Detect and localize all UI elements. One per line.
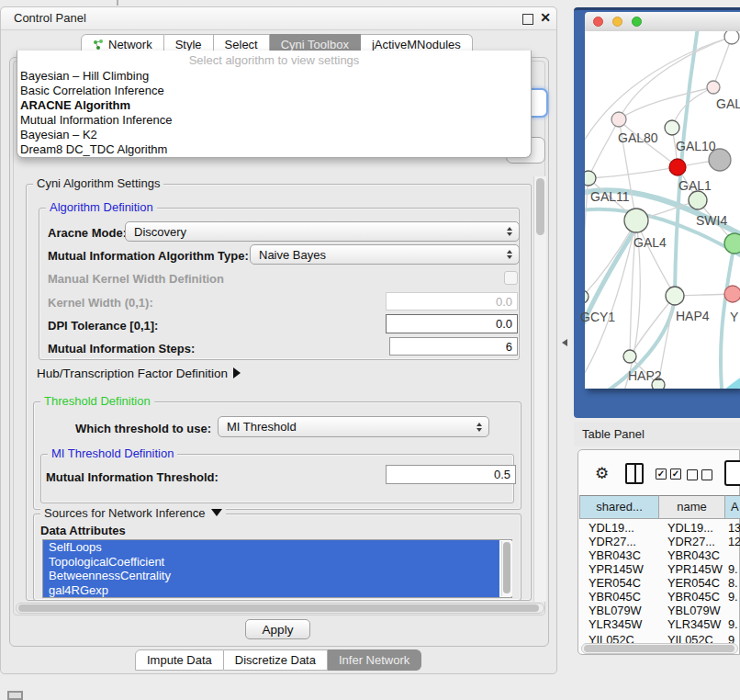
- select-all-checkboxes-icon[interactable]: ✓ ✓: [656, 469, 681, 480]
- dropdown-item[interactable]: Dream8 DC_TDC Algorithm: [17, 142, 531, 157]
- aracne-mode-label: Aracne Mode:: [48, 226, 127, 240]
- edge: [585, 178, 589, 297]
- column-header-shared-name[interactable]: shared...: [579, 495, 659, 519]
- dropdown-item[interactable]: Bayesian – Hill Climbing: [17, 69, 531, 84]
- node-label-gal-partial: GAL: [716, 96, 740, 111]
- settings-vertical-scrollbar[interactable]: [533, 176, 546, 602]
- node-gal-partial[interactable]: [707, 81, 720, 94]
- dropdown-item[interactable]: Basic Correlation Inference: [17, 84, 531, 98]
- dropdown-item-highlighted[interactable]: ARACNE Algorithm: [17, 98, 531, 113]
- mi-threshold-definition-title: MI Threshold Definition: [48, 447, 177, 460]
- gear-icon[interactable]: ⚙: [595, 464, 609, 483]
- network-canvas[interactable]: GAL80 GAL10 GAL1 GAL11 SWI4 GAL4 GCY1 HA…: [585, 31, 740, 389]
- mac-minimize-button[interactable]: [612, 17, 622, 27]
- settings-horizontal-scrollbar[interactable]: [16, 603, 544, 614]
- table-cell[interactable]: YDL19...: [667, 521, 724, 535]
- kernel-width-field[interactable]: [386, 292, 518, 310]
- node-gal4[interactable]: [624, 209, 648, 232]
- table-horizontal-scrollbar[interactable]: [581, 643, 738, 654]
- tab-impute-data[interactable]: Impute Data: [135, 649, 224, 671]
- table-cell[interactable]: YLR345W: [667, 617, 724, 631]
- deselect-all-checkboxes-icon[interactable]: [687, 469, 712, 480]
- mac-close-button[interactable]: [593, 17, 603, 27]
- table-cell[interactable]: YER054C: [589, 576, 658, 590]
- manual-kernel-width-checkbox[interactable]: [504, 271, 518, 285]
- mi-algorithm-type-label: Mutual Information Algorithm Type:: [48, 249, 249, 263]
- list-item[interactable]: TopologicalCoefficient: [43, 555, 499, 570]
- table-cell[interactable]: 8.: [728, 576, 740, 590]
- table-cell[interactable]: YPR145W: [589, 562, 658, 576]
- node-hap2[interactable]: [623, 350, 636, 363]
- mi-algorithm-type-combo[interactable]: Naive Bayes: [250, 244, 520, 265]
- which-threshold-combo[interactable]: MI Threshold: [218, 416, 489, 437]
- node-swi4[interactable]: [689, 191, 707, 209]
- list-scrollbar-thumb[interactable]: [503, 542, 510, 593]
- list-scrollbar[interactable]: [501, 541, 512, 596]
- mi-steps-field[interactable]: [389, 337, 518, 356]
- table-cell[interactable]: YDR27...: [589, 535, 658, 548]
- node-gal80[interactable]: [611, 112, 626, 127]
- table-cell[interactable]: YDL19...: [589, 521, 658, 535]
- table-cell[interactable]: YLR345W: [589, 617, 658, 631]
- table-cell[interactable]: 13: [728, 521, 740, 535]
- settings-horizontal-scrollbar-thumb[interactable]: [18, 604, 539, 612]
- table-cell[interactable]: 12: [728, 535, 740, 548]
- table-cell[interactable]: YER054C: [667, 576, 724, 590]
- table-horizontal-scrollbar-thumb[interactable]: [584, 645, 734, 652]
- data-attributes-list[interactable]: SelfLoops TopologicalCoefficient Between…: [42, 539, 512, 598]
- node-y-partial[interactable]: [724, 286, 740, 302]
- bottom-tabs: Impute Data Discretize Data Infer Networ…: [135, 649, 421, 671]
- tab-discretize-data[interactable]: Discretize Data: [224, 649, 328, 671]
- table-cell[interactable]: YBL079W: [589, 604, 658, 617]
- list-item[interactable]: SelfLoops: [43, 540, 499, 555]
- column-header-partial[interactable]: A: [724, 495, 740, 519]
- table-cell[interactable]: YBR043C: [589, 548, 658, 562]
- edge: [585, 226, 637, 342]
- node-label-swi4: SWI4: [696, 213, 727, 228]
- node-green-right[interactable]: [724, 233, 740, 254]
- table-cell[interactable]: [728, 548, 740, 562]
- dropdown-item[interactable]: Mutual Information Inference: [17, 113, 531, 128]
- network-window-titlebar[interactable]: [585, 12, 740, 31]
- list-item[interactable]: gal4RGexp: [43, 583, 499, 598]
- mi-threshold-label: Mutual Information Threshold:: [46, 470, 219, 484]
- table-cell[interactable]: YDR27...: [667, 535, 724, 548]
- panel-splitter-arrow[interactable]: [562, 339, 567, 346]
- dropdown-item[interactable]: Bayesian – K2: [17, 128, 531, 142]
- node-gal11[interactable]: [585, 171, 596, 186]
- table-cell[interactable]: [728, 604, 740, 617]
- control-panel-title: Control Panel: [14, 11, 86, 25]
- table-cell[interactable]: 9.: [728, 590, 740, 604]
- table-cell[interactable]: 9.: [728, 562, 740, 576]
- list-item[interactable]: BetweennessCentrality: [43, 569, 499, 583]
- node[interactable]: [724, 31, 739, 44]
- sources-toggle[interactable]: Sources for Network Inference: [40, 507, 226, 520]
- table-cell[interactable]: YBL079W: [667, 604, 724, 617]
- table-cell[interactable]: YBR045C: [667, 590, 724, 604]
- close-icon[interactable]: ✕: [540, 10, 551, 25]
- tab-impute-data-label: Impute Data: [147, 650, 212, 670]
- mi-threshold-field[interactable]: [386, 465, 516, 484]
- node-gal1-red[interactable]: [669, 159, 686, 175]
- node-label-gal80: GAL80: [618, 130, 658, 145]
- edge: [636, 220, 675, 296]
- table-cell[interactable]: YBR045C: [589, 590, 658, 604]
- hub-definition-toggle[interactable]: Hub/Transcription Factor Definition: [37, 367, 241, 380]
- apply-button[interactable]: Apply: [245, 619, 310, 639]
- table-sheet-icon[interactable]: [724, 460, 740, 486]
- aracne-mode-combo[interactable]: Discovery: [125, 221, 520, 242]
- tab-infer-network[interactable]: Infer Network: [328, 649, 421, 671]
- settings-vertical-scrollbar-thumb[interactable]: [536, 178, 544, 235]
- table-cell[interactable]: YPR145W: [667, 562, 724, 576]
- node-gcy1[interactable]: [585, 290, 589, 303]
- collapsed-panel-grip[interactable]: [7, 691, 23, 700]
- columns-icon[interactable]: [625, 463, 644, 484]
- column-header-name[interactable]: name: [658, 495, 725, 519]
- mac-zoom-button[interactable]: [632, 17, 642, 27]
- node-gal10[interactable]: [665, 120, 679, 135]
- table-cell[interactable]: YBR043C: [667, 548, 724, 562]
- dpi-tolerance-field[interactable]: [386, 314, 518, 333]
- table-cell[interactable]: 9.: [728, 617, 740, 631]
- float-window-icon[interactable]: [522, 14, 533, 25]
- node-hap4[interactable]: [666, 287, 684, 305]
